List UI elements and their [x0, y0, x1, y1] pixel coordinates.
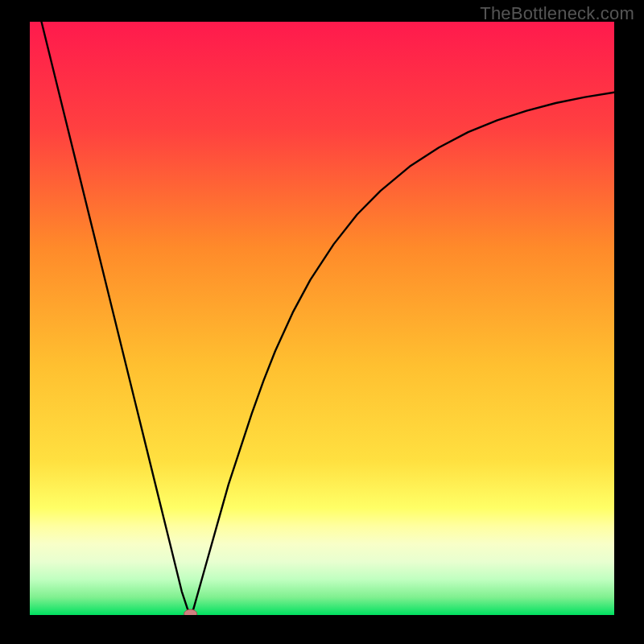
watermark-text: TheBottleneck.com [480, 3, 634, 24]
optimum-marker [184, 609, 197, 615]
chart-frame: TheBottleneck.com [0, 0, 644, 644]
bottleneck-plot [30, 22, 614, 615]
plot-area [30, 22, 614, 615]
